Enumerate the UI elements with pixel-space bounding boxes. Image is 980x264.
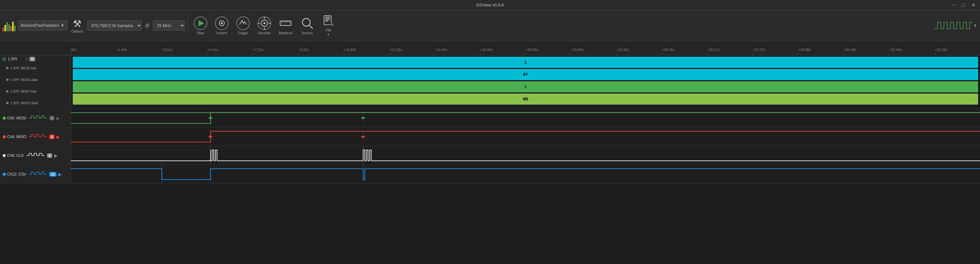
overview-waveform: [934, 18, 973, 34]
ch8-badge: 8: [47, 153, 52, 158]
measure-icon: [279, 16, 293, 30]
trigger-label: Trigger: [238, 31, 248, 35]
tick-line: [525, 53, 526, 55]
ch8-color-dot: [3, 154, 6, 157]
file-selector[interactable]: BootAndTwoPacketsV ▼: [18, 20, 67, 30]
spi-mosi-bits-label: 1:SPI: MOSI bits: [3, 62, 37, 74]
tick-line: [298, 53, 299, 55]
search-label: Search: [301, 31, 313, 35]
options-button[interactable]: ⚒ Options: [68, 16, 86, 35]
tick-line: [798, 53, 799, 55]
spi-mosi-bits-bar-1: 1: [73, 57, 978, 68]
tick-group: +25.27s: [707, 48, 720, 55]
search-icon: [301, 16, 314, 30]
spi-color-indicator: [3, 58, 6, 61]
ch4-miso-row: Ch4: MISO 4 ▶: [0, 128, 980, 146]
decoder-button[interactable]: Decoder: [255, 13, 274, 38]
svg-marker-37: [208, 136, 213, 138]
dropdown-icon: ▼: [60, 23, 64, 28]
tick-label: +9.02s: [298, 48, 309, 52]
sample-count-select[interactable]: 870.79872 M Samples: [88, 20, 142, 30]
ch0-name: Ch0: MOSI: [7, 116, 26, 120]
triangle-icon: [6, 78, 9, 81]
ch0-mosi-row: Ch0: MOSI 0 ▶: [0, 109, 980, 128]
tick-line: [707, 53, 708, 55]
restore-button[interactable]: □: [960, 2, 967, 9]
spi-mosi-data-val-left: 87: [523, 72, 528, 77]
start-button[interactable]: Start: [191, 13, 210, 38]
tick-group: +23.46s: [662, 48, 675, 55]
mini-waveform-area: ▼: [934, 18, 977, 34]
ch0-badge: 0: [49, 116, 54, 120]
measure-button[interactable]: Measure: [275, 13, 296, 38]
triangle-icon: [6, 101, 9, 104]
svg-marker-26: [332, 24, 333, 26]
svg-marker-34: [361, 117, 365, 119]
ch8-signal-svg: [71, 146, 980, 165]
decoder-label: Decoder: [258, 31, 271, 35]
close-button[interactable]: ✕: [969, 1, 977, 9]
tick-label: +7.22s: [253, 48, 263, 52]
tick-line: [480, 53, 480, 55]
trigger-button[interactable]: Trigger: [233, 13, 253, 38]
ch4-arrow: ▶: [56, 134, 60, 139]
measure-label: Measure: [279, 31, 293, 35]
spi-miso-data-bar-1: 9B: [73, 94, 978, 104]
tick-line: [253, 53, 253, 55]
tick-label: +27.07s: [753, 48, 765, 52]
trigger-icon: [236, 16, 250, 30]
spi-main-label: 1:SPI 0 D: [3, 56, 35, 62]
minimize-button[interactable]: −: [950, 2, 957, 9]
ch12-name: Ch12: CSn: [7, 172, 26, 176]
svg-line-20: [309, 25, 313, 29]
svg-rect-13: [280, 21, 291, 26]
svg-rect-24: [325, 21, 328, 22]
spi-name: 1:SPI: [8, 57, 17, 61]
ch8-arrow: ▶: [54, 153, 58, 158]
tick-label: +19.85s: [571, 48, 584, 52]
options-label: Options: [71, 29, 83, 33]
waveform-area: 00s+1.80s+3.61s+5.41s+7.22s+9.02s+10.83s…: [0, 41, 980, 264]
tick-group: +3.61s: [162, 48, 172, 55]
instant-button[interactable]: Instant: [212, 13, 232, 38]
tick-label: +14.44s: [434, 48, 447, 52]
instant-icon: [215, 16, 229, 30]
tick-line: [616, 53, 617, 55]
spi-miso-bits-label: 1:SPI: MISO bits: [3, 86, 37, 97]
tick-group: +28.88s: [798, 48, 811, 55]
tick-line: [207, 53, 208, 55]
tick-group: +27.07s: [753, 48, 765, 55]
freq-select[interactable]: 25 MHz: [153, 20, 185, 30]
tick-label: +25.27s: [707, 48, 720, 52]
ch0-waveform: [71, 109, 980, 127]
start-label: Start: [197, 31, 204, 35]
svg-marker-1: [199, 20, 204, 26]
spi-mosi-data-label: 1:SPI: MOSI data: [3, 74, 38, 86]
ch0-label: Ch0: MOSI 0 ▶: [0, 109, 71, 127]
tick-group: +32.49s: [889, 48, 902, 55]
tick-group: +7.22s: [253, 48, 263, 55]
ch8-label: Ch8: CLK 8 ▶: [0, 146, 71, 165]
spi-mosi-data-bar-1: 87: [73, 69, 978, 80]
svg-point-8: [263, 22, 265, 24]
timeline-ticks-container: 00s+1.80s+3.61s+5.41s+7.22s+9.02s+10.83s…: [71, 41, 980, 55]
file-icon: [322, 14, 335, 27]
file-dropdown-icon: ▼: [327, 33, 330, 37]
ch8-signal-preview: [26, 152, 46, 159]
ch12-signal-svg: [71, 165, 980, 183]
sample-config: 870.79872 M Samples @ 25 MHz: [88, 20, 185, 30]
app-title: DSView v0.9.8: [476, 3, 504, 7]
tick-label: +16.24s: [480, 48, 493, 52]
tick-label: +5.41s: [207, 48, 218, 52]
ch4-label: Ch4: MISO 4 ▶: [0, 128, 71, 146]
tick-group: +18.05s: [525, 48, 538, 55]
tick-line: [344, 53, 344, 55]
tick-label: +30.68s: [844, 48, 856, 52]
search-button[interactable]: Search: [297, 13, 317, 38]
ch12-label: Ch12: CSn 12 ▶: [0, 165, 71, 183]
app-logo: [3, 20, 16, 31]
toolbar: BootAndTwoPacketsV ▼ ⚒ Options 870.79872…: [0, 10, 980, 41]
svg-marker-38: [361, 136, 365, 138]
ch0-color-dot: [3, 117, 6, 120]
file-button[interactable]: File ▼: [318, 13, 339, 38]
